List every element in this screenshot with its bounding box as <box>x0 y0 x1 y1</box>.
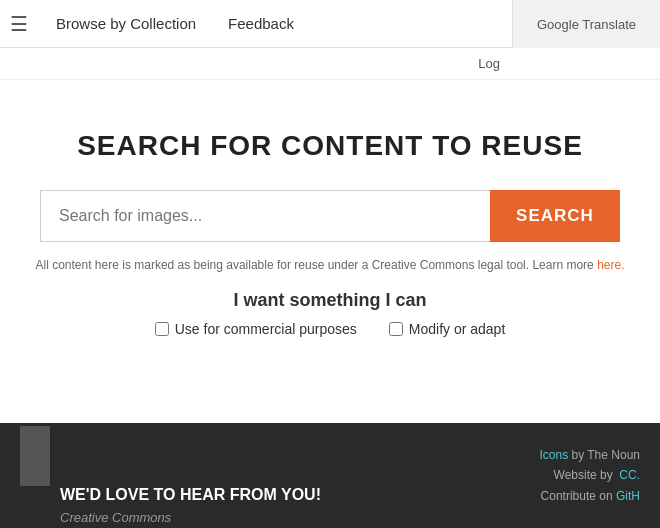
commercial-label: Use for commercial purposes <box>175 321 357 337</box>
site-footer: WE'D LOVE TO HEAR FROM YOU! Creative Com… <box>0 423 660 528</box>
feedback-link[interactable]: Feedback <box>212 15 310 32</box>
footer-github-link[interactable]: GitH <box>616 489 640 503</box>
site-header: ☰ Browse by Collection Feedback Google T… <box>0 0 660 48</box>
cc-learn-more-link[interactable]: here. <box>597 258 624 272</box>
search-bar: SEARCH <box>40 190 620 242</box>
footer-contribute-prefix: Contribute on <box>541 489 616 503</box>
search-button[interactable]: SEARCH <box>490 190 620 242</box>
i-want-title: I want something I can <box>233 290 426 311</box>
footer-love-text: WE'D LOVE TO HEAR FROM YOU! Creative Com… <box>20 486 539 525</box>
footer-website-text: Website by CC. <box>539 465 640 485</box>
login-link[interactable]: Log <box>478 56 500 71</box>
commercial-checkbox-label[interactable]: Use for commercial purposes <box>155 321 357 337</box>
commercial-checkbox[interactable] <box>155 322 169 336</box>
footer-website-prefix: Website by <box>554 468 613 482</box>
hamburger-icon[interactable]: ☰ <box>10 12 28 36</box>
google-translate-label: Google Translate <box>537 17 636 32</box>
footer-cc-link[interactable]: CC. <box>619 468 640 482</box>
search-input[interactable] <box>40 190 490 242</box>
page-title: SEARCH FOR CONTENT TO REUSE <box>77 130 583 162</box>
adapt-checkbox[interactable] <box>389 322 403 336</box>
adapt-label: Modify or adapt <box>409 321 506 337</box>
google-translate-widget[interactable]: Google Translate <box>512 0 660 48</box>
footer-contribute-text: Contribute on GitH <box>539 486 640 506</box>
adapt-checkbox-label[interactable]: Modify or adapt <box>389 321 506 337</box>
main-content: SEARCH FOR CONTENT TO REUSE SEARCH All c… <box>0 80 660 337</box>
footer-right: Icons by The Noun Website by CC. Contrib… <box>539 445 640 506</box>
browse-by-collection-link[interactable]: Browse by Collection <box>40 15 212 32</box>
icons-link[interactable]: Icons <box>539 448 568 462</box>
sub-header: Log <box>0 48 660 80</box>
footer-icons-text: Icons by The Noun <box>539 445 640 465</box>
footer-icons-suffix: by The Noun <box>572 448 641 462</box>
footer-logo <box>20 426 50 486</box>
nav-left: ☰ Browse by Collection Feedback <box>10 12 310 36</box>
checkboxes-row: Use for commercial purposes Modify or ad… <box>155 321 506 337</box>
footer-left: WE'D LOVE TO HEAR FROM YOU! Creative Com… <box>20 426 539 525</box>
footer-heading: WE'D LOVE TO HEAR FROM YOU! <box>60 486 539 504</box>
cc-description: All content here is marked as being avai… <box>36 258 625 272</box>
footer-cc-label: Creative Commons <box>60 510 539 525</box>
